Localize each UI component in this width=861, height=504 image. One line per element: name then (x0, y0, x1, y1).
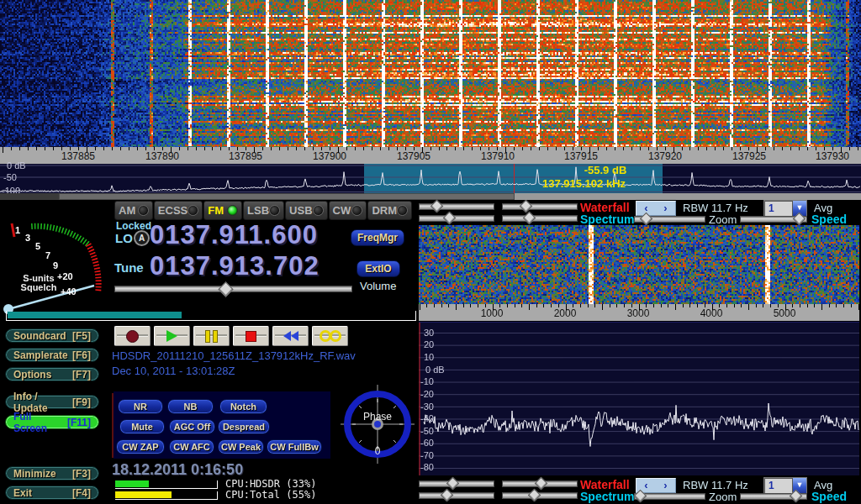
record-button[interactable] (114, 326, 151, 346)
samplerate-button[interactable]: Samplerate[F6] (5, 348, 99, 362)
extio-button[interactable]: ExtIO (357, 260, 400, 277)
mode-button-fm[interactable]: FM (203, 201, 242, 220)
af-waterfall-display[interactable] (419, 225, 859, 304)
scale-tick (304, 147, 305, 150)
tune-slider-thumb[interactable] (218, 281, 233, 297)
scale-tick (807, 304, 808, 307)
slider-thumb[interactable] (535, 477, 548, 491)
rf-spectrum-display[interactable] (0, 164, 861, 193)
rbw-arrows[interactable]: ‹› (636, 201, 676, 216)
af-frequency-scale[interactable]: 1000 2000 3000 4000 5000 (419, 304, 859, 321)
scale-tick (505, 147, 506, 153)
mode-label: DRM (372, 204, 397, 217)
band-scrollbar[interactable] (0, 193, 861, 200)
slider-thumb[interactable] (430, 200, 444, 213)
options-button[interactable]: Options[F7] (5, 367, 99, 381)
speed-slider[interactable] (740, 216, 807, 223)
exit-button[interactable]: Exit[F4] (5, 486, 99, 500)
soundcard-button[interactable]: Soundcard[F5] (5, 328, 99, 343)
scale-tick (564, 147, 565, 150)
scale-tick (589, 147, 590, 153)
rf-scale-label: 137910 (478, 150, 518, 162)
slider-thumb[interactable] (528, 489, 541, 502)
scale-tick (697, 304, 698, 307)
minimize-button[interactable]: Minimize[F3] (5, 466, 99, 480)
sp-contrast-slider[interactable] (502, 215, 578, 222)
slider-thumb[interactable] (520, 200, 533, 213)
scale-tick (858, 147, 858, 150)
sp-contrast-slider-2[interactable] (502, 492, 578, 499)
mode-button-cw[interactable]: CW (329, 201, 367, 220)
speed-slider-2[interactable] (740, 493, 807, 500)
loop-button[interactable] (312, 326, 348, 346)
nb-button[interactable]: NB (167, 399, 214, 414)
scale-tick (497, 147, 498, 150)
auto-lo-badge[interactable]: A (134, 230, 150, 246)
rf-frequency-scale[interactable]: 137885 137890 137895 137900 137905 13791… (0, 147, 861, 164)
lo-frequency-display[interactable]: 0137.911.600 (150, 220, 318, 250)
rewind-button[interactable] (272, 326, 309, 346)
arrow-right-icon[interactable]: › (663, 480, 667, 491)
notch-button[interactable]: Notch (219, 399, 267, 414)
cw-zap-button[interactable]: CW ZAP (116, 439, 165, 454)
scale-tick (288, 147, 288, 150)
sp-brightness-slider-2[interactable] (419, 492, 494, 499)
mode-led (138, 205, 149, 216)
button-key: [F7] (72, 369, 91, 381)
mode-button-am[interactable]: AM (114, 201, 153, 220)
mode-button-ecss[interactable]: ECSS (154, 201, 203, 220)
af-db-label: 10 (424, 352, 434, 362)
tune-slider[interactable] (114, 286, 352, 292)
arrow-left-icon[interactable]: ‹ (644, 480, 647, 491)
scale-tick (196, 147, 197, 150)
scale-tick (229, 147, 230, 150)
scale-tick (821, 304, 822, 310)
mute-button[interactable]: Mute (119, 419, 165, 434)
scale-tick (706, 147, 707, 150)
play-button[interactable] (154, 326, 190, 346)
mode-button-usb[interactable]: USB (285, 201, 327, 220)
slider-thumb[interactable] (446, 477, 460, 491)
info-update-button[interactable]: Info / Update[F9] (5, 395, 99, 409)
agc-button[interactable]: AGC Off (169, 419, 215, 434)
scale-tick (682, 147, 683, 150)
zoom-slider-2[interactable] (634, 493, 705, 500)
nr-button[interactable]: NR (118, 399, 163, 414)
band-scrollbar-thumb[interactable] (59, 193, 515, 200)
slider-thumb[interactable] (441, 489, 454, 502)
wf-brightness-slider[interactable] (419, 203, 494, 210)
despread-button[interactable]: Despread (218, 419, 270, 434)
zoom-slider[interactable] (634, 216, 705, 223)
scale-tick (588, 304, 589, 307)
sp-brightness-slider[interactable] (419, 215, 494, 222)
cw-fullbw-button[interactable]: CW FullBw (267, 439, 322, 454)
wf-contrast-slider[interactable] (502, 203, 578, 210)
arrow-right-icon[interactable]: › (663, 202, 667, 214)
squelch-label[interactable]: Squelch (20, 282, 57, 292)
cw-peak-button[interactable]: CW Peak (218, 439, 264, 454)
mode-button-lsb[interactable]: LSB (243, 201, 284, 220)
full-screen-button[interactable]: Full Screen[F11] (5, 415, 99, 429)
freqmgr-button[interactable]: FreqMgr (351, 229, 404, 246)
pause-button[interactable] (193, 326, 230, 346)
af-spectrum-display[interactable] (419, 322, 859, 475)
rf-waterfall-display[interactable] (0, 0, 861, 147)
slider-thumb[interactable] (443, 212, 457, 225)
recording-position-track[interactable] (6, 311, 416, 321)
tune-frequency-display[interactable]: 0137.913.702 (150, 251, 320, 281)
scale-tick (624, 304, 625, 307)
dsp-panel: NR NB Notch Mute AGC Off Despread CW ZAP… (114, 391, 330, 459)
scale-tick (493, 304, 494, 310)
wf-contrast-slider-2[interactable] (502, 480, 578, 487)
stop-button[interactable] (233, 326, 269, 346)
rewind-icon (283, 331, 298, 341)
cpu-total-bar (115, 491, 218, 500)
cw-afc-button[interactable]: CW AFC (169, 439, 214, 454)
avg-combo-2[interactable]: 1 ▼ (763, 477, 807, 494)
wf-brightness-slider-2[interactable] (419, 480, 494, 487)
scale-tick (45, 147, 45, 150)
mode-button-drm[interactable]: DRM (367, 201, 412, 220)
scale-tick (723, 147, 724, 150)
slider-thumb[interactable] (523, 212, 536, 225)
scale-tick (732, 147, 732, 150)
